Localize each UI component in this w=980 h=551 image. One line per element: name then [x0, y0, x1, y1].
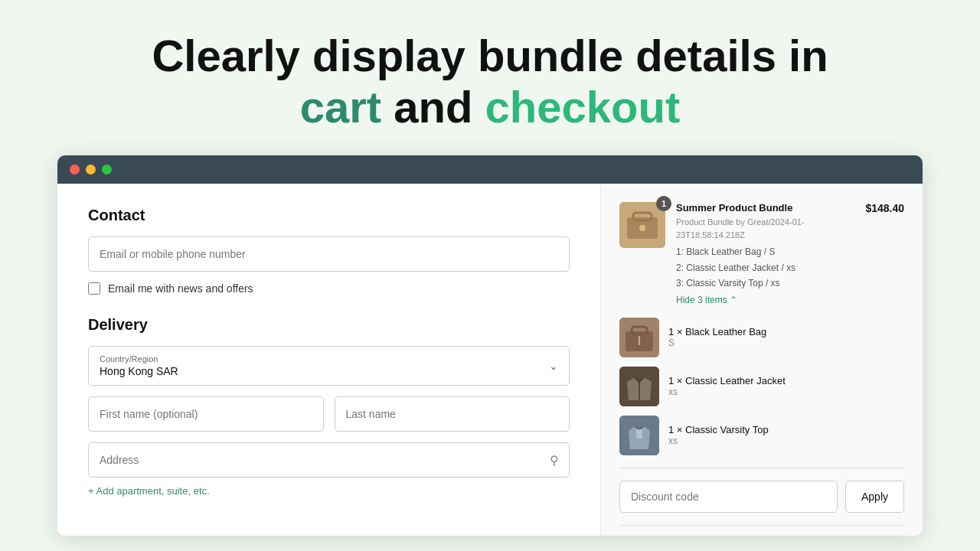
address-wrapper: ⚲: [88, 442, 570, 478]
sub-item-varsity-name: 1 × Classic Varsity Top: [668, 424, 769, 435]
email-input[interactable]: [88, 236, 570, 272]
browser-content: Contact Email me with news and offers De…: [57, 184, 923, 536]
contact-section-title: Contact: [88, 207, 570, 224]
sub-item-jacket-image: [619, 367, 659, 406]
country-value: Hong Kong SAR: [100, 365, 558, 377]
right-panel: 1 Summer Product Bundle Product Bundle b…: [601, 184, 923, 536]
left-panel: Contact Email me with news and offers De…: [57, 184, 601, 536]
discount-row: Apply: [619, 481, 904, 513]
sub-item-varsity-info: 1 × Classic Varsity Top xs: [668, 424, 769, 446]
sub-item-varsity-image: [619, 416, 659, 455]
newsletter-checkbox[interactable]: [88, 282, 100, 295]
name-row: [88, 396, 570, 432]
bundle-item-2: 2: Classic Leather Jacket / xs: [676, 260, 854, 276]
last-name-input[interactable]: [335, 396, 570, 432]
newsletter-row: Email me with news and offers: [88, 282, 570, 295]
discount-input[interactable]: [619, 481, 838, 513]
sub-item-bag-name: 1 × Black Leather Bag: [668, 326, 766, 337]
apply-button[interactable]: Apply: [845, 481, 904, 513]
hero-line1: Clearly display bundle details in: [152, 31, 828, 80]
hero-and: and: [394, 82, 472, 132]
bundle-badge: 1: [656, 196, 671, 211]
bundle-name: Summer Product Bundle: [676, 202, 854, 214]
dot-red[interactable]: [70, 165, 80, 174]
browser-bar: [57, 155, 923, 184]
country-label: Country/Region: [100, 354, 558, 364]
sub-item-bag-info: 1 × Black Leather Bag S: [668, 326, 766, 348]
sub-item-jacket-info: 1 × Classic Leather Jacket xs: [668, 375, 786, 397]
dot-green[interactable]: [102, 165, 112, 174]
svg-rect-11: [636, 429, 642, 439]
sub-item-varsity-variant: xs: [668, 435, 769, 446]
hero-checkout-highlight: checkout: [485, 82, 681, 132]
search-icon: ⚲: [550, 453, 559, 468]
bundle-price: $148.40: [865, 202, 904, 305]
sub-item-bag: 1 × Black Leather Bag S: [619, 318, 904, 357]
summary-rows: Subtotal $148.40 Shipping Enter shipping…: [619, 525, 904, 536]
sub-item-jacket-name: 1 × Classic Leather Jacket: [668, 375, 786, 386]
newsletter-label: Email me with news and offers: [108, 282, 253, 295]
sub-item-varsity: 1 × Classic Varsity Top xs: [619, 416, 904, 455]
delivery-section-title: Delivery: [88, 316, 570, 334]
hero-cart-highlight: cart: [300, 82, 381, 132]
bundle-image-wrapper: 1: [619, 202, 665, 305]
dot-yellow[interactable]: [86, 165, 96, 174]
bundle-item-3: 3: Classic Varsity Top / xs: [676, 276, 854, 291]
sub-item-jacket-variant: xs: [668, 386, 786, 397]
bundle-meta: Product Bundle by Great/2024-01-23T18:58…: [676, 216, 854, 241]
hide-items-label: Hide 3 items: [676, 295, 727, 305]
address-input[interactable]: [88, 442, 570, 478]
delivery-section: Delivery Country/Region Hong Kong SAR ⌄ …: [88, 316, 570, 497]
hero-section: Clearly display bundle details in cart a…: [0, 0, 980, 155]
bundle-items-list: 1: Black Leather Bag / S 2: Classic Leat…: [676, 244, 854, 291]
bundle-item-1: 1: Black Leather Bag / S: [676, 244, 854, 259]
first-name-input[interactable]: [88, 396, 324, 432]
sub-item-bag-image: [619, 318, 659, 357]
browser-window: Contact Email me with news and offers De…: [57, 155, 923, 536]
country-select[interactable]: Country/Region Hong Kong SAR ⌄: [88, 346, 570, 386]
sub-item-bag-variant: S: [668, 337, 766, 348]
svg-point-3: [639, 225, 645, 231]
add-apt-link[interactable]: + Add apartment, suite, etc.: [88, 485, 210, 497]
sub-item-jacket: 1 × Classic Leather Jacket xs: [619, 367, 904, 406]
bundle-main-item: 1 Summer Product Bundle Product Bundle b…: [619, 202, 904, 305]
hide-items-link[interactable]: Hide 3 items ⌃: [676, 295, 854, 305]
chevron-down-icon: ⌄: [549, 360, 558, 372]
chevron-up-icon: ⌃: [730, 295, 737, 305]
sub-items-list: 1 × Black Leather Bag S 1 ×: [619, 318, 904, 468]
bundle-info: Summer Product Bundle Product Bundle by …: [676, 202, 854, 305]
